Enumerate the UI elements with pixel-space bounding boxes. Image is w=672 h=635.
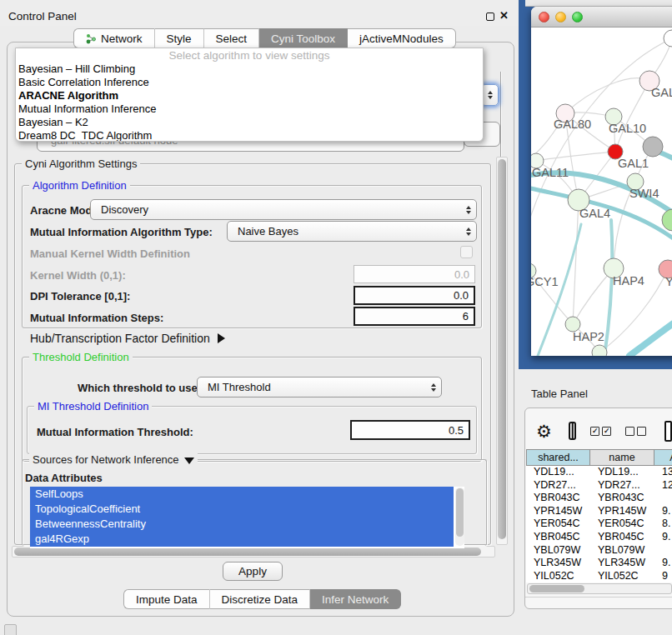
- gear-icon[interactable]: ⚙: [536, 422, 552, 440]
- network-canvas[interactable]: GALGAL80GAL10GAL1GAL11SWI4GAL4GCY1HAP4YH…: [531, 28, 672, 356]
- kernel-width-field[interactable]: 0.0: [354, 265, 475, 283]
- dpi-tolerance-field[interactable]: 0.0: [354, 286, 475, 305]
- combo-stepper-icon: [426, 383, 441, 392]
- tab-infer-network[interactable]: Infer Network: [310, 589, 401, 609]
- attribute-list-item[interactable]: TopologicalCoefficient: [30, 502, 454, 517]
- algorithm-combo-stepper[interactable]: [481, 84, 499, 106]
- table-row[interactable]: YLR345WYLR345W9.: [526, 557, 672, 570]
- tab-network[interactable]: Network: [73, 28, 155, 48]
- attribute-list-item[interactable]: SelfLoops: [30, 487, 454, 502]
- column-header[interactable]: name: [590, 449, 654, 466]
- tab-label: Network: [101, 32, 143, 45]
- tab-impute-data[interactable]: Impute Data: [123, 589, 210, 609]
- list-scrollbar[interactable]: [455, 488, 464, 546]
- table-row[interactable]: YBR045CYBR045C9.: [526, 531, 672, 544]
- table-row[interactable]: YDL19...YDL19...13: [526, 466, 672, 479]
- close-traffic-light-icon[interactable]: [539, 12, 549, 22]
- horizontal-scrollbar-thumb[interactable]: [14, 548, 481, 556]
- table-cell: YDL19...: [590, 466, 654, 479]
- table-cell: YBR043C: [590, 492, 654, 505]
- sources-legend-text: Sources for Network Inference: [33, 453, 179, 466]
- network-edge[interactable]: [573, 200, 579, 324]
- float-window-icon[interactable]: [486, 12, 494, 21]
- stepper-up-icon: [488, 91, 493, 94]
- dropdown-item[interactable]: Basic Correlation Inference: [16, 76, 483, 89]
- which-threshold-label: Which threshold to use:: [78, 382, 201, 394]
- table-cell: 9: [654, 570, 672, 582]
- node-label: GAL10: [609, 122, 646, 135]
- data-attributes-list[interactable]: SelfLoopsTopologicalCoefficientBetweenne…: [30, 487, 464, 548]
- deselect-all-icon[interactable]: [625, 427, 646, 436]
- dropdown-item[interactable]: Dream8 DC_TDC Algorithm: [16, 129, 483, 142]
- tab-label: Style: [167, 32, 192, 45]
- new-table-icon[interactable]: [664, 421, 672, 442]
- table-row[interactable]: YBR043CYBR043C: [526, 492, 672, 505]
- attribute-list-item[interactable]: gal4RGexp: [30, 532, 454, 547]
- tab-discretize-data[interactable]: Discretize Data: [210, 589, 311, 609]
- stepper-down-icon: [488, 96, 493, 99]
- checked-box-icon: ✓: [602, 427, 611, 436]
- aracne-mode-combo[interactable]: Discovery: [90, 199, 477, 220]
- minimize-traffic-light-icon[interactable]: [555, 12, 566, 22]
- manual-kernel-checkbox[interactable]: [460, 246, 473, 258]
- table-row[interactable]: YER054CYER054C8.: [526, 518, 672, 531]
- dropdown-item[interactable]: ARACNE Algorithm: [16, 89, 483, 102]
- table-cell: YBR045C: [526, 531, 590, 544]
- table-cell: 9.: [654, 557, 672, 570]
- network-node[interactable]: [662, 209, 672, 231]
- list-scrollbar-thumb[interactable]: [456, 488, 464, 537]
- table-cell: YLR345W: [526, 557, 590, 570]
- split-columns-icon[interactable]: [569, 422, 576, 440]
- vertical-scrollbar-thumb[interactable]: [498, 159, 506, 539]
- sources-legend[interactable]: Sources for Network Inference: [29, 453, 198, 466]
- mi-type-combo[interactable]: Naive Bayes: [227, 221, 477, 242]
- table-row[interactable]: YBL079WYBL079W: [526, 544, 672, 558]
- dpi-tolerance-label: DPI Tolerance [0,1]:: [30, 290, 130, 302]
- network-edge[interactable]: [629, 315, 672, 356]
- column-header[interactable]: A: [654, 449, 672, 466]
- network-edge[interactable]: [536, 152, 615, 161]
- attribute-list-item[interactable]: BetweennessCentrality: [30, 517, 454, 532]
- select-all-icon[interactable]: ✓✓: [590, 427, 611, 436]
- network-edge[interactable]: [565, 78, 649, 113]
- node-label: GAL4: [579, 207, 610, 220]
- column-header[interactable]: shared...: [526, 449, 590, 466]
- checked-box-icon: ✓: [590, 427, 599, 436]
- network-node[interactable]: [643, 137, 663, 157]
- mi-type-value: Naive Bayes: [228, 225, 461, 238]
- network-edge[interactable]: [604, 220, 612, 356]
- table-horizontal-scrollbar[interactable]: [527, 583, 672, 594]
- settings-vertical-scrollbar[interactable]: [496, 157, 508, 545]
- node-label: Y: [665, 275, 672, 288]
- table-cell: YPR145W: [526, 505, 590, 518]
- tab-select[interactable]: Select: [204, 28, 260, 48]
- table-cell: 12: [654, 479, 672, 492]
- table-body: YDL19...YDL19...13YDR27...YDR27...12YBR0…: [526, 466, 672, 582]
- tab-style[interactable]: Style: [155, 28, 204, 48]
- dropdown-item[interactable]: Bayesian – Hill Climbing: [16, 62, 483, 76]
- mi-steps-field[interactable]: 6: [354, 307, 475, 326]
- table-row[interactable]: YDR27...YDR27...12: [526, 479, 672, 492]
- mi-threshold-field[interactable]: 0.5: [350, 420, 470, 440]
- dropdown-item[interactable]: Mutual Information Inference: [16, 102, 483, 116]
- mi-steps-value: 6: [463, 310, 469, 322]
- network-view-window[interactable]: GALGAL80GAL10GAL1GAL11SWI4GAL4GCY1HAP4YH…: [531, 7, 672, 356]
- apply-button[interactable]: Apply: [223, 562, 283, 581]
- table-row[interactable]: YIL052CYIL052C9: [526, 570, 672, 582]
- dropdown-item[interactable]: Bayesian – K2: [16, 116, 483, 129]
- table-scrollbar-thumb[interactable]: [529, 585, 584, 592]
- tab-jactivemnodules[interactable]: jActiveMNodules: [348, 28, 456, 48]
- network-node[interactable]: [592, 345, 607, 356]
- network-window-titlebar[interactable]: [531, 7, 672, 28]
- manual-kernel-label: Manual Kernel Width Definition: [30, 248, 190, 260]
- network-canvas-wrap: GALGAL80GAL10GAL1GAL11SWI4GAL4GCY1HAP4YH…: [531, 28, 672, 356]
- network-node[interactable]: [664, 30, 672, 47]
- hub-definition-expander[interactable]: Hub/Transcription Factor Definition: [30, 332, 225, 345]
- panel-grip-icon[interactable]: [4, 624, 17, 635]
- zoom-traffic-light-icon[interactable]: [572, 12, 583, 22]
- tab-cyni-toolbox[interactable]: Cyni Toolbox: [259, 28, 348, 48]
- table-cell: YDR27...: [526, 479, 590, 492]
- which-threshold-combo[interactable]: MI Threshold: [197, 377, 442, 398]
- table-row[interactable]: YPR145WYPR145W9.: [526, 505, 672, 518]
- close-icon[interactable]: ✕: [499, 9, 509, 22]
